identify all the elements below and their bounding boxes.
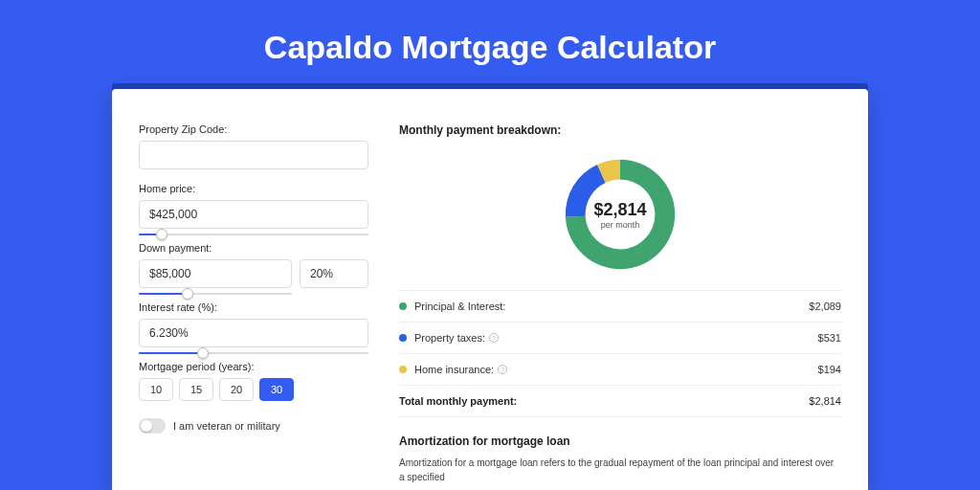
donut-chart: $2,814 per month bbox=[558, 152, 682, 277]
donut-center: $2,814 per month bbox=[558, 152, 682, 277]
info-icon[interactable]: ? bbox=[498, 365, 507, 374]
legend-value: $194 bbox=[818, 364, 841, 375]
home-price-group: Home price: bbox=[139, 183, 368, 229]
legend-dot bbox=[399, 366, 407, 373]
period-option-30[interactable]: 30 bbox=[259, 378, 294, 401]
legend-row: Property taxes: ?$531 bbox=[399, 323, 841, 354]
period-segmented-control: 10152030 bbox=[139, 378, 368, 401]
legend-row: Home insurance: ?$194 bbox=[399, 354, 841, 386]
donut-amount: $2,814 bbox=[593, 200, 646, 220]
amortization-heading: Amortization for mortgage loan bbox=[399, 434, 841, 448]
zip-input[interactable] bbox=[139, 141, 368, 169]
zip-group: Property Zip Code: bbox=[139, 123, 368, 169]
zip-label: Property Zip Code: bbox=[139, 123, 368, 135]
legend-label: Property taxes: ? bbox=[414, 332, 818, 344]
donut-chart-wrap: $2,814 per month bbox=[399, 146, 841, 290]
down-payment-input[interactable] bbox=[139, 259, 292, 288]
donut-sub: per month bbox=[601, 220, 640, 230]
legend-value: $531 bbox=[818, 332, 841, 344]
period-label: Mortgage period (years): bbox=[139, 361, 368, 372]
breakdown-panel: Monthly payment breakdown: $2,814 per mo… bbox=[399, 123, 841, 490]
page-title: Capaldo Mortgage Calculator bbox=[0, 0, 980, 89]
legend-value: $2,089 bbox=[809, 301, 841, 312]
interest-rate-slider-handle[interactable] bbox=[197, 347, 209, 359]
down-payment-label: Down payment: bbox=[139, 242, 368, 254]
interest-rate-input[interactable] bbox=[139, 319, 368, 347]
total-row: Total monthly payment: $2,814 bbox=[399, 386, 841, 417]
veteran-row: I am veteran or military bbox=[139, 418, 368, 434]
period-option-20[interactable]: 20 bbox=[219, 378, 254, 401]
period-group: Mortgage period (years): 10152030 bbox=[139, 361, 368, 401]
home-price-slider-track[interactable] bbox=[139, 234, 368, 235]
period-option-15[interactable]: 15 bbox=[179, 378, 213, 401]
inputs-panel: Property Zip Code: Home price: Down paym… bbox=[139, 123, 368, 490]
info-icon[interactable]: ? bbox=[489, 333, 499, 343]
total-label: Total monthly payment: bbox=[399, 395, 809, 407]
interest-rate-group: Interest rate (%): bbox=[139, 301, 368, 347]
home-price-slider-handle[interactable] bbox=[156, 229, 167, 240]
legend: Principal & Interest: $2,089Property tax… bbox=[399, 290, 841, 386]
down-payment-pct-input[interactable] bbox=[300, 259, 368, 288]
down-payment-group: Down payment: bbox=[139, 242, 368, 288]
down-payment-slider-fill bbox=[139, 293, 188, 295]
legend-label: Home insurance: ? bbox=[414, 364, 818, 375]
home-price-label: Home price: bbox=[139, 183, 368, 194]
down-payment-slider-handle[interactable] bbox=[182, 288, 193, 300]
period-option-10[interactable]: 10 bbox=[139, 378, 173, 401]
total-value: $2,814 bbox=[809, 395, 841, 407]
amortization-body: Amortization for a mortgage loan refers … bbox=[399, 456, 841, 484]
breakdown-heading: Monthly payment breakdown: bbox=[399, 123, 841, 137]
home-price-input[interactable] bbox=[139, 200, 368, 229]
calculator-card: Property Zip Code: Home price: Down paym… bbox=[112, 89, 868, 490]
interest-rate-label: Interest rate (%): bbox=[139, 301, 368, 313]
legend-dot bbox=[399, 334, 407, 342]
legend-row: Principal & Interest: $2,089 bbox=[399, 291, 841, 323]
legend-dot bbox=[399, 302, 407, 310]
interest-rate-slider-fill bbox=[139, 352, 203, 354]
legend-label: Principal & Interest: bbox=[414, 301, 809, 312]
veteran-label: I am veteran or military bbox=[173, 420, 280, 432]
veteran-toggle[interactable] bbox=[139, 418, 166, 434]
